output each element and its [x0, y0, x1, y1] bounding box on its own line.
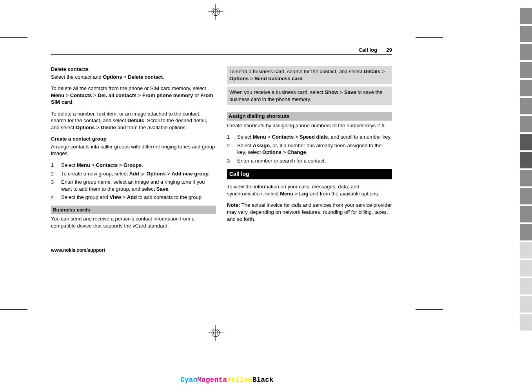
para: To delete a number, text item, or an ima…: [51, 110, 216, 131]
section-heading-call-log: Call log: [227, 169, 392, 179]
list-item: Select Menu > Contacts > Speed dials, an…: [227, 134, 392, 141]
para: Create shortcuts by assigning phone numb…: [227, 122, 392, 129]
cmyk-label: CyanMagentaYellowBlack: [180, 376, 274, 384]
subheading-business-cards: Business cards: [51, 206, 216, 214]
para: Arrange contacts into caller groups with…: [51, 143, 216, 157]
info-box: When you receive a business card, select…: [227, 87, 392, 105]
footer-url: www.nokia.com/support: [51, 245, 392, 253]
heading-create-group: Create a contact group: [51, 136, 107, 142]
steps-shortcuts: Select Menu > Contacts > Speed dials, an…: [227, 134, 392, 164]
page-number: 29: [387, 47, 392, 53]
header-section: Call log: [359, 47, 377, 53]
list-item: Select Menu > Contacts > Groups.: [51, 162, 216, 169]
para: Select the contact and Options > Delete …: [51, 74, 216, 81]
registration-mark-icon: [208, 325, 223, 341]
para: You can send and receive a person's cont…: [51, 215, 216, 229]
list-item: Select the group and View > Add to add c…: [51, 194, 216, 201]
list-item: To create a new group, select Add or Opt…: [51, 170, 216, 177]
list-item: Enter a number or search for a contact.: [227, 157, 392, 164]
registration-mark-icon: [208, 4, 223, 20]
heading-delete-contacts: Delete contacts: [51, 66, 89, 72]
info-box: To send a business card, search for the …: [227, 66, 392, 84]
list-item: Enter the group name, select an image an…: [51, 179, 216, 192]
page-header: Call log 29: [51, 47, 392, 55]
side-tabs: [520, 8, 532, 332]
document-page: Call log 29 Delete contacts Select the c…: [51, 47, 392, 282]
para-note: Note: The actual invoice for calls and s…: [227, 202, 392, 222]
para: To view the information on your calls, m…: [227, 183, 392, 197]
steps-create-group: Select Menu > Contacts > Groups. To crea…: [51, 162, 216, 201]
column-right: To send a business card, search for the …: [227, 66, 392, 234]
list-item: Select Assign, or, if a number has alrea…: [227, 142, 392, 156]
para: To delete all the contacts from the phon…: [51, 85, 216, 106]
subheading-assign-shortcuts: Assign dialling shortcuts: [227, 112, 392, 121]
column-left: Delete contacts Select the contact and O…: [51, 66, 216, 234]
